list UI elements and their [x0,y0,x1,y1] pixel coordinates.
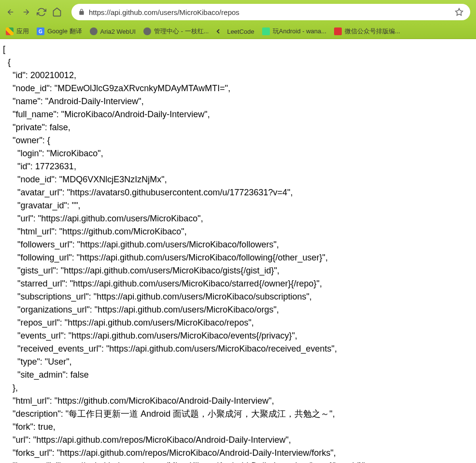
bookmark-label: 管理中心 - 一枝红... [154,27,209,36]
lock-icon [78,9,85,15]
bookmark-label: 微信公众号排版编... [345,27,400,36]
wechat-icon [334,27,342,35]
json-response: [ { "id": 200210012, "node_id": "MDEwOlJ… [3,43,473,463]
back-button[interactable] [6,7,15,17]
globe-icon [143,27,151,35]
reload-button[interactable] [37,7,46,17]
bookmark-google-translate[interactable]: G Google 翻译 [37,27,82,36]
bookmark-star-icon[interactable] [455,8,463,16]
content-area[interactable]: [ { "id": 200210012, "node_id": "MDEwOlJ… [0,39,476,463]
leetcode-icon [216,27,224,35]
svg-marker-0 [456,9,463,15]
bookmark-management[interactable]: 管理中心 - 一枝红... [143,27,209,36]
bookmark-apps[interactable]: 应用 [6,27,29,36]
google-translate-icon: G [37,27,44,35]
bookmark-label: Aria2 WebUI [100,28,136,35]
bookmarks-bar: 应用 G Google 翻译 Aria2 WebUI 管理中心 - 一枝红...… [0,24,476,39]
globe-icon [90,27,98,35]
browser-chrome: 应用 G Google 翻译 Aria2 WebUI 管理中心 - 一枝红...… [0,0,476,39]
bookmark-wechat[interactable]: 微信公众号排版编... [334,27,400,36]
bookmark-label: Google 翻译 [47,27,82,36]
bookmark-label: LeetCode [227,28,254,35]
navigation-bar [0,0,476,24]
bookmark-label: 玩Android - wana... [273,27,326,36]
bookmark-aria2[interactable]: Aria2 WebUI [90,27,136,35]
apps-icon [6,27,14,35]
forward-button[interactable] [21,7,31,17]
bookmark-label: 应用 [16,27,29,36]
bookmark-android[interactable]: 玩Android - wana... [262,27,326,36]
home-button[interactable] [52,7,62,17]
bookmark-leetcode[interactable]: LeetCode [216,27,254,35]
url-input[interactable] [89,8,451,16]
address-bar[interactable] [71,4,470,20]
android-icon [262,27,270,35]
